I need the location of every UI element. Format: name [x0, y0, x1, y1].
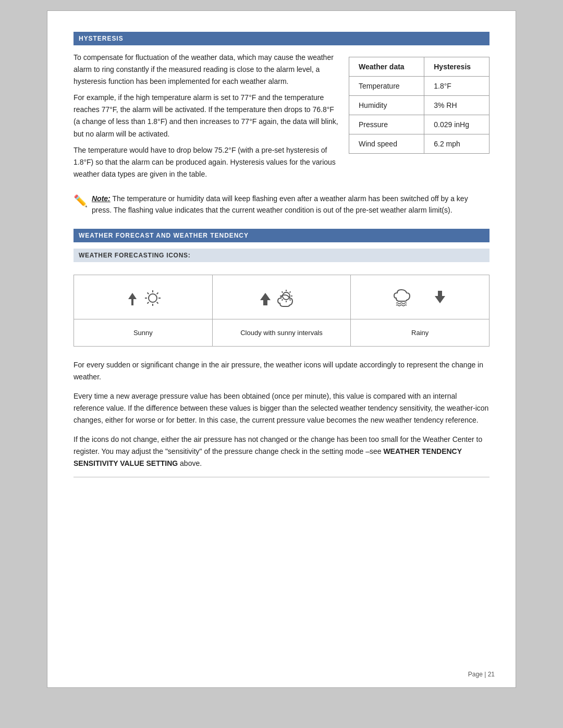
table-row: Temperature1.8°F	[349, 77, 489, 96]
cloudy-up-arrow	[258, 289, 273, 307]
forecast-header: WEATHER FORECAST AND WEATHER TENDENCY	[74, 229, 489, 242]
forecast-body1: For every sudden or significant change i…	[74, 359, 489, 383]
hysteresis-text-block: To compensate for fluctuation of the wea…	[74, 52, 338, 184]
svg-point-1	[149, 294, 157, 302]
note-content: The temperature or humidity data will ke…	[92, 194, 468, 214]
sunny-icon	[124, 289, 141, 307]
svg-line-7	[157, 302, 158, 303]
hysteresis-header: HYSTERESIS	[74, 32, 489, 45]
sunny-label-cell: Sunny	[74, 319, 213, 346]
hysteresis-intro: To compensate for fluctuation of the wea…	[74, 52, 338, 88]
note-text: Note: The temperature or humidity data w…	[92, 193, 489, 216]
hysteresis-table: Weather data Hysteresis Temperature1.8°F…	[349, 57, 489, 154]
hysteresis-title: HYSTERESIS	[79, 35, 124, 42]
forecast-body2: Every time a new average pressure value …	[74, 390, 489, 426]
icon-grid-top-row	[74, 275, 489, 319]
table-cell-data: Wind speed	[349, 134, 424, 154]
svg-line-17	[290, 299, 291, 300]
cloudy-sun-symbol	[276, 288, 305, 309]
pencil-icon: ✏️	[74, 192, 88, 210]
table-row: Humidity3% RH	[349, 96, 489, 115]
cloudy-label: Cloudy with sunny intervals	[240, 329, 323, 337]
table-row: Pressure0.029 inHg	[349, 115, 489, 134]
icon-grid-bottom-row: Sunny Cloudy with sunny intervals Rainy	[74, 319, 489, 346]
rainy-icon-cell	[351, 275, 489, 319]
sunny-icon-cell	[74, 275, 213, 319]
svg-line-16	[282, 291, 283, 292]
table-cell-data: Temperature	[349, 77, 424, 96]
sun-symbol	[144, 289, 162, 307]
svg-marker-20	[435, 291, 445, 303]
sunny-label: Sunny	[133, 329, 153, 337]
svg-line-6	[148, 292, 149, 294]
cloudy-label-cell: Cloudy with sunny intervals	[213, 319, 351, 346]
table-cell-value: 3% RH	[424, 96, 489, 115]
rainy-label-cell: Rainy	[351, 319, 489, 346]
svg-point-11	[283, 292, 290, 300]
page: HYSTERESIS To compensate for fluctuation…	[47, 10, 516, 688]
table-cell-data: Humidity	[349, 96, 424, 115]
svg-line-9	[148, 302, 149, 303]
forecast-body3: If the icons do not change, either the a…	[74, 434, 489, 470]
note-block: ✏️ Note: The temperature or humidity dat…	[74, 193, 489, 216]
page-number: Page | 21	[468, 671, 495, 678]
rainy-label: Rainy	[411, 329, 429, 337]
col-weather-data: Weather data	[349, 57, 424, 77]
svg-line-19	[282, 299, 283, 300]
svg-line-8	[157, 292, 158, 294]
table-cell-value: 1.8°F	[424, 77, 489, 96]
table-cell-value: 6.2 mph	[424, 134, 489, 154]
down-arrow-icon	[433, 289, 447, 307]
svg-line-18	[290, 291, 291, 292]
table-cell-value: 0.029 inHg	[424, 115, 489, 134]
note-label: Note:	[92, 194, 111, 203]
weather-icon-grid: Sunny Cloudy with sunny intervals Rainy	[74, 275, 489, 347]
rainy-symbol	[393, 287, 430, 310]
table-cell-data: Pressure	[349, 115, 424, 134]
hysteresis-content: To compensate for fluctuation of the wea…	[74, 52, 489, 184]
hysteresis-conclusion: The temperature would have to drop below…	[74, 144, 338, 180]
svg-marker-10	[260, 293, 271, 305]
hysteresis-example: For example, if the high temperature ala…	[74, 92, 338, 140]
cloudy-icon-cell	[213, 275, 351, 319]
table-row: Wind speed6.2 mph	[349, 134, 489, 154]
col-hysteresis: Hysteresis	[424, 57, 489, 77]
page-divider	[74, 477, 489, 477]
svg-marker-0	[128, 293, 137, 305]
forecast-title: WEATHER FORECAST AND WEATHER TENDENCY	[79, 232, 249, 239]
icons-label: WEATHER FORECASTING ICONS:	[74, 249, 489, 262]
